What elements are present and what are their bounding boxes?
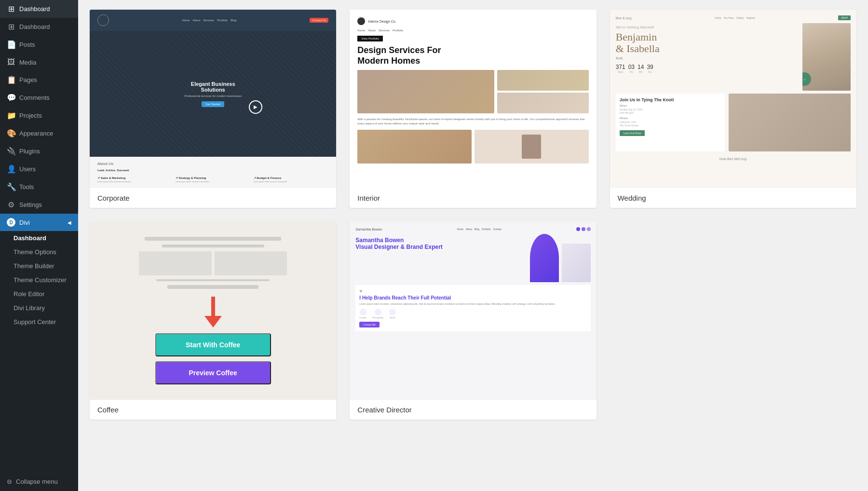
- cre-circle-3: [587, 227, 591, 231]
- divi-chevron-icon: ◀: [68, 220, 71, 225]
- plugins-icon: 🔌: [7, 147, 15, 156]
- wed-green-dot: ✓: [802, 72, 811, 86]
- coffee-preview-button[interactable]: Preview Coffee: [155, 361, 271, 384]
- wed-where-label: Where: [620, 117, 721, 120]
- wed-bottom-label: How Ben Met Izzy: [616, 157, 851, 161]
- coffee-faded-bar3: [156, 279, 270, 281]
- int-sub-img1: [357, 130, 472, 164]
- theme-preview-interior: Interior Design Co. Home About Services …: [350, 10, 596, 188]
- wed-count-mins: 14 Min: [637, 64, 644, 73]
- sidebar-item-label: Media: [19, 59, 36, 66]
- sidebar-item-dashboard[interactable]: ⊞ Dashboard: [0, 18, 78, 36]
- sidebar-item-label: Posts: [19, 41, 35, 48]
- wed-learn-btn[interactable]: Learn And Show: [620, 130, 645, 136]
- cre-name: Samantha Bowen: [355, 237, 526, 244]
- wed-img-col: ✓: [802, 23, 851, 91]
- wed-top: Bee & Izzy Home Our Story Gallery Regist…: [616, 15, 851, 20]
- wed-countdown: 371 Days 03 Hrs 14 Min: [616, 64, 799, 73]
- coffee-start-button[interactable]: Start With Coffee: [155, 333, 271, 356]
- cre-contact-btn[interactable]: Contact Me: [359, 322, 380, 327]
- sidebar-item-projects[interactable]: 📁 Projects: [0, 107, 78, 124]
- corp-hero-sub: Professional services for modern busines…: [184, 95, 242, 97]
- wed-logo: Bee & Izzy: [616, 16, 632, 20]
- coffee-img-1: [139, 251, 212, 275]
- divi-submenu-item-support-center[interactable]: Support Center: [0, 315, 78, 329]
- theme-label-wedding: Wedding: [610, 188, 856, 208]
- sidebar-item-label: Projects: [19, 112, 42, 119]
- sidebar-item-appearance[interactable]: 🎨 Appearance: [0, 124, 78, 142]
- wed-bottom-img: [729, 94, 851, 151]
- divi-submenu-item-theme-builder[interactable]: Theme Builder: [0, 259, 78, 273]
- int-hero-btn: View Portfolio: [357, 36, 383, 41]
- cre-circle-2: [582, 227, 585, 231]
- coffee-faded-bar2: [162, 245, 264, 247]
- divi-icon: D: [7, 218, 15, 227]
- sidebar-item-tools[interactable]: 🔧 Tools: [0, 178, 78, 196]
- corp-hero-btn: Get Started: [202, 101, 224, 107]
- divi-submenu-item-role-editor[interactable]: Role Editor: [0, 287, 78, 301]
- sidebar-logo-label: Dashboard: [19, 5, 50, 13]
- int-img-main: [357, 70, 494, 113]
- cre-nav: Home About Blog Portfolio Contact: [457, 228, 502, 231]
- cre-bottom-title: I Help Brands Reach Their Full Potential: [359, 295, 586, 300]
- sidebar-item-label: Tools: [19, 183, 34, 191]
- pages-icon: 📋: [7, 75, 15, 84]
- corp-nav: Home About Services Portfolio Blog: [182, 19, 236, 22]
- corp-bottom: About Us Lead. Achive. Succeed. ↗ Sales …: [90, 157, 336, 188]
- coffee-down-arrow: [204, 297, 222, 327]
- cre-logo: Samantha Bowen: [355, 228, 382, 231]
- sidebar-item-comments[interactable]: 💬 Comments: [0, 89, 78, 107]
- tools-icon: 🔧: [7, 182, 15, 191]
- cre-circles: [576, 227, 591, 231]
- divi-submenu-item-dashboard[interactable]: Dashboard: [0, 231, 78, 245]
- divi-submenu-item-theme-customizer[interactable]: Theme Customizer: [0, 273, 78, 287]
- corp-navbar: Home About Services Portfolio Blog Conta…: [90, 10, 336, 31]
- comments-icon: 💬: [7, 93, 15, 102]
- cre-circle-1: [576, 227, 580, 231]
- main-content: Home About Services Portfolio Blog Conta…: [78, 0, 868, 491]
- int-title: Design Services ForModern Homes: [357, 45, 588, 66]
- sidebar-item-pages[interactable]: 📋 Pages: [0, 71, 78, 89]
- collapse-label: Collapse menu: [16, 478, 58, 485]
- sidebar-item-users[interactable]: 👤 Users: [0, 160, 78, 178]
- sidebar-item-label: Users: [19, 165, 36, 173]
- theme-grid: Home About Services Portfolio Blog Conta…: [90, 10, 856, 420]
- cre-bottom-icons: Courses Photography Brand: [359, 309, 586, 319]
- collapse-menu-button[interactable]: ⊖ Collapse menu: [0, 472, 78, 491]
- dashboard-icon: ⊞: [7, 22, 15, 31]
- corp-col-1: Lead. Achive. Succeed.: [97, 169, 328, 173]
- sidebar-item-divi[interactable]: D Divi ◀: [0, 214, 78, 231]
- sidebar-item-plugins[interactable]: 🔌 Plugins: [0, 142, 78, 160]
- divi-submenu-item-divi-library[interactable]: Divi Library: [0, 301, 78, 315]
- theme-card-corporate: Home About Services Portfolio Blog Conta…: [90, 10, 336, 208]
- divi-submenu-item-theme-options[interactable]: Theme Options: [0, 245, 78, 259]
- sidebar-item-label: Pages: [19, 76, 37, 83]
- corp-col-sales: ↗ Sales & Marketing Lorem ipsum dolor si…: [97, 176, 173, 183]
- users-icon: 👤: [7, 164, 15, 174]
- sidebar-logo[interactable]: ⊞ Dashboard: [0, 0, 78, 18]
- sidebar: ⊞ Dashboard ⊞ Dashboard 📄 Posts 🖼 Media …: [0, 0, 78, 491]
- sidebar-item-settings[interactable]: ⚙ Settings: [0, 196, 78, 214]
- sidebar-item-label: Dashboard: [19, 23, 50, 30]
- coffee-faded-bar4: [167, 285, 258, 289]
- theme-label-corporate: Corporate: [90, 188, 336, 208]
- settings-icon: ⚙: [7, 200, 15, 209]
- collapse-icon: ⊖: [7, 478, 12, 485]
- theme-card-creative-director: Samantha Bowen Home About Blog Portfolio…: [350, 221, 596, 420]
- sidebar-item-label: Settings: [19, 201, 42, 208]
- cre-img-2: [562, 244, 591, 282]
- theme-label-coffee: Coffee: [90, 400, 336, 420]
- cre-bottom-text: Lorem ipsum dolor sit amet, consectetur …: [359, 302, 586, 306]
- theme-preview-coffee: Start With Coffee Preview Coffee: [90, 221, 336, 400]
- wed-rsvp-btn: RSVP: [838, 15, 851, 20]
- corp-col-strategy: ↗ Strategy & Planning Lorem ipsum dolor …: [176, 176, 251, 183]
- theme-label-creative-director: Creative Director: [350, 400, 596, 420]
- int-sub-img2: [475, 130, 589, 164]
- sidebar-item-posts[interactable]: 📄 Posts: [0, 36, 78, 54]
- sidebar-item-media[interactable]: 🖼 Media: [0, 54, 78, 71]
- wed-nav: Home Our Story Gallery Registry: [715, 16, 755, 19]
- coffee-img-2: [215, 251, 287, 275]
- wed-names: Benjamin& Isabella: [616, 31, 799, 55]
- int-logo: Interior Design Co.: [357, 17, 588, 25]
- wed-img: ✓: [802, 23, 851, 91]
